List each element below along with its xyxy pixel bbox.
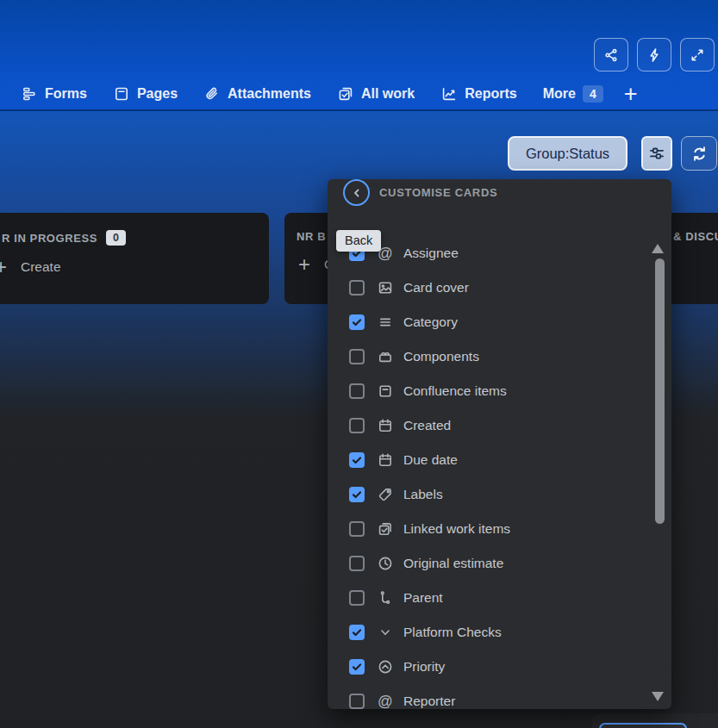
card-field-priority[interactable]: Priority [328, 650, 671, 684]
unchecked-checkbox[interactable] [349, 556, 365, 571]
unchecked-checkbox[interactable] [349, 349, 365, 364]
partial-popup [592, 713, 718, 728]
tab-label: Forms [45, 86, 87, 102]
plus-icon: + [0, 259, 7, 275]
back-tooltip: Back [336, 230, 381, 252]
field-label: Category [403, 314, 458, 330]
app-window: FormsPagesAttachmentsAll workReportsMore… [0, 0, 718, 728]
calendar-icon [377, 451, 394, 469]
field-label: Created [403, 418, 451, 433]
checked-checkbox[interactable] [349, 659, 365, 675]
tab-label: Attachments [228, 86, 311, 102]
more-count-badge: 4 [583, 85, 603, 103]
unchecked-checkbox[interactable] [349, 521, 365, 537]
card-field-original-estimate[interactable]: Original estimate [328, 546, 671, 581]
card-field-parent[interactable]: Parent [328, 581, 671, 615]
card-field-reporter[interactable]: @Reporter [328, 684, 671, 709]
chevron-left-icon [350, 186, 364, 200]
unchecked-checkbox[interactable] [349, 383, 365, 399]
allwork-icon [337, 85, 354, 103]
tab-reports[interactable]: Reports [440, 85, 516, 103]
card-field-platform-checks[interactable]: Platform Checks [328, 615, 671, 650]
tab-label: All work [361, 86, 415, 102]
scrollbar-down-arrow[interactable] [652, 692, 664, 701]
menu-icon [377, 314, 394, 331]
refresh-button[interactable] [681, 136, 717, 171]
card-field-card-cover[interactable]: Card cover [328, 271, 671, 305]
checked-checkbox[interactable] [349, 487, 365, 502]
tab-attachments[interactable]: Attachments [203, 85, 311, 103]
checked-checkbox[interactable] [349, 314, 365, 330]
scrollbar-up-arrow[interactable] [652, 244, 664, 253]
board-toolbar: Group:Status [0, 136, 718, 171]
partial-focused-button[interactable] [599, 723, 687, 728]
automation-button[interactable] [637, 38, 671, 72]
field-label: Components [403, 349, 479, 364]
priority-icon [377, 658, 394, 675]
sliders-icon [648, 145, 665, 162]
header-actions [594, 38, 715, 72]
unchecked-checkbox[interactable] [349, 280, 365, 296]
card-field-list: @AssigneeCard coverCategoryComponentsCon… [328, 236, 671, 709]
reports-icon [440, 85, 458, 103]
tab-more[interactable]: More4 [543, 85, 603, 103]
field-label: Original estimate [403, 556, 503, 571]
field-label: Platform Checks [403, 625, 502, 640]
tab-label: Pages [137, 86, 178, 102]
field-label: Assignee [403, 246, 459, 261]
board-column-in-progress: R IN PROGRESS 0 + Create [0, 213, 269, 304]
field-label: Due date [403, 452, 458, 468]
checked-checkbox[interactable] [349, 452, 365, 468]
tab-all-work[interactable]: All work [337, 85, 415, 103]
scrollbar-thumb[interactable] [655, 258, 665, 524]
field-label: Priority [403, 659, 445, 675]
clock-icon [377, 555, 394, 572]
column-header: R IN PROGRESS 0 [0, 213, 269, 246]
unchecked-checkbox[interactable] [349, 694, 365, 709]
project-header: FormsPagesAttachmentsAll workReportsMore… [0, 0, 718, 111]
tab-label: More [543, 86, 576, 102]
field-label: Parent [403, 590, 443, 606]
lightning-icon [646, 47, 663, 64]
column-count-badge: 0 [106, 230, 126, 246]
column-title: NR B [297, 230, 326, 243]
field-label: Linked work items [403, 521, 510, 537]
pages-icon [113, 85, 130, 103]
field-label: Confluence items [403, 383, 507, 399]
component-icon [377, 348, 394, 365]
card-field-linked-work-items[interactable]: Linked work items [328, 512, 671, 546]
field-label: Card cover [403, 280, 469, 296]
fullscreen-button[interactable] [680, 38, 715, 72]
panel-title: CUSTOMISE CARDS [379, 186, 497, 199]
card-field-components[interactable]: Components [328, 339, 671, 374]
back-button[interactable] [343, 179, 370, 206]
tab-pages[interactable]: Pages [113, 85, 178, 103]
forms-icon [21, 85, 38, 103]
field-label: Reporter [403, 694, 455, 709]
calendar-icon [377, 417, 394, 434]
linked-icon [377, 520, 394, 538]
add-tab-button[interactable]: + [624, 85, 638, 103]
tab-forms[interactable]: Forms [21, 85, 87, 103]
plus-icon: + [298, 257, 310, 272]
unchecked-checkbox[interactable] [349, 418, 365, 433]
create-label: Create [21, 259, 61, 275]
card-field-category[interactable]: Category [328, 305, 671, 339]
customise-cards-panel: CUSTOMISE CARDS @AssigneeCard coverCateg… [328, 179, 671, 709]
refresh-icon [690, 145, 709, 163]
card-field-confluence-items[interactable]: Confluence items [328, 374, 671, 408]
at-icon: @ [377, 693, 394, 709]
view-settings-button[interactable] [641, 136, 672, 171]
checked-checkbox[interactable] [349, 625, 365, 640]
unchecked-checkbox[interactable] [349, 590, 365, 606]
group-by-status-button[interactable]: Group:Status [508, 136, 627, 171]
share-icon [602, 47, 620, 64]
create-issue-button[interactable]: + Create [0, 259, 269, 275]
share-button[interactable] [594, 38, 628, 72]
project-nav-tabs: FormsPagesAttachmentsAll workReportsMore… [21, 81, 637, 107]
image-icon [377, 279, 394, 296]
tab-label: Reports [465, 86, 516, 102]
card-field-labels[interactable]: Labels [328, 477, 671, 512]
card-field-created[interactable]: Created [328, 408, 671, 443]
card-field-due-date[interactable]: Due date [328, 443, 671, 477]
